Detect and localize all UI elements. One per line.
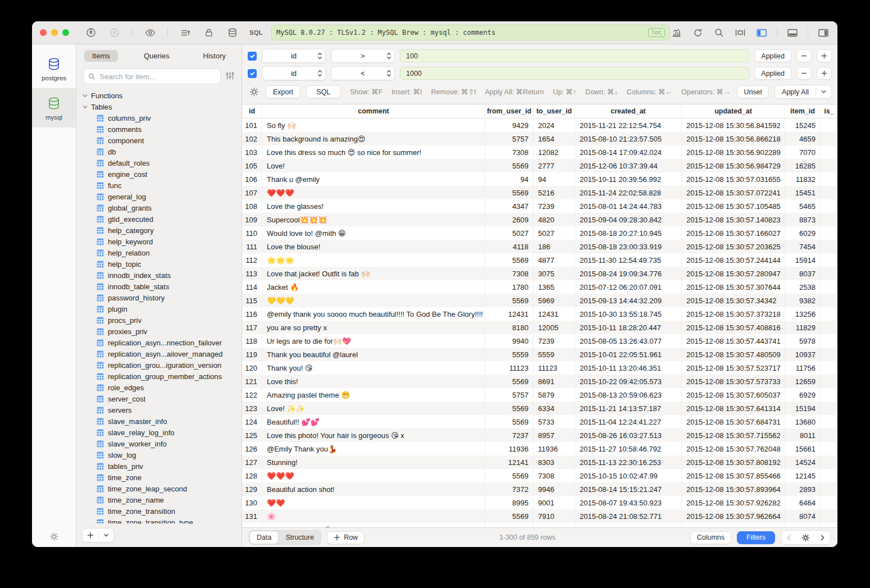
cell-id[interactable]: 114 [242,280,262,294]
cell-item_id[interactable]: 15451 [785,186,821,199]
cell-from_user_id[interactable]: 11936 [485,442,534,455]
filter-column-select[interactable]: id [262,49,326,63]
cell-to_user_id[interactable]: 12431 [534,307,575,321]
cell-comment[interactable]: @emily thank you soooo much beautiful!!!… [262,307,485,321]
cell-from_user_id[interactable]: 9940 [485,334,534,348]
cell-created_at[interactable]: 2015-08-07 19:43:50.923 [575,496,682,509]
cell-to_user_id[interactable]: 5027 [534,226,575,240]
cell-from_user_id[interactable]: 4118 [485,240,534,253]
filter-operator-select[interactable]: < [331,66,395,80]
cell-id[interactable]: 125 [242,429,262,442]
cell-created_at[interactable]: 2015-09-04 09:28:30.842 [575,213,682,226]
cell-comment[interactable]: Love that jacket! Outfit is fab 🙌🏻 [262,267,485,280]
cell-item_id[interactable]: 13680 [785,415,821,429]
cell-comment[interactable]: 🌸 [262,509,485,523]
cell-updated_at[interactable]: 2015-12-08 15:30:57.031655 [682,172,785,186]
cell-is_[interactable] [821,334,837,348]
cell-comment[interactable]: Supercool💥💥💥 [262,213,485,226]
sidebar-table-proxies_priv[interactable]: proxies_priv [82,326,242,337]
cell-updated_at[interactable]: 2015-12-08 15:30:57.573733 [682,375,785,388]
sidebar-table-component[interactable]: component [82,135,242,146]
cell-id[interactable]: 102 [242,132,262,145]
cell-created_at[interactable]: 2015-08-13 20:59:06.623 [575,388,682,402]
sql-button[interactable]: SQL [306,85,341,98]
cell-from_user_id[interactable]: 5569 [485,186,534,199]
cell-from_user_id[interactable]: 12141 [485,455,534,469]
cell-to_user_id[interactable]: 1365 [534,280,575,294]
cell-created_at[interactable]: 2015-08-01 14:24:44.783 [575,199,682,213]
sidebar-table-time_zone[interactable]: time_zone [82,472,242,483]
panel-left-icon[interactable] [755,26,768,39]
cell-updated_at[interactable]: 2015-12-08 15:30:57.855466 [682,469,785,482]
cell-is_[interactable] [821,159,837,172]
cell-updated_at[interactable]: 2015-12-08 15:30:56.902289 [682,145,785,159]
cell-is_[interactable] [821,253,837,267]
cell-from_user_id[interactable]: 5027 [485,226,534,240]
table-row[interactable]: 127Stunning!1214183032015-11-13 22:30:16… [242,455,837,469]
cell-from_user_id[interactable]: 5569 [485,469,534,482]
sidebar-table-time_zone_leap_second[interactable]: time_zone_leap_second [82,483,242,494]
cell-created_at[interactable]: 2015-11-27 10:58:46.792 [575,442,682,455]
cell-from_user_id[interactable]: 5569 [485,253,534,267]
zoom-button[interactable] [62,29,69,36]
cell-is_[interactable] [821,226,837,240]
minimize-button[interactable] [51,29,58,36]
sidebar-table-role_edges[interactable]: role_edges [82,382,242,393]
table-row[interactable]: 122Amazing pastel theme 😬575758792015-08… [242,388,837,402]
table-row[interactable]: 117you are so pretty x8180120052015-10-1… [242,321,837,334]
cell-is_[interactable] [821,294,837,307]
cell-from_user_id[interactable]: 5559 [485,348,534,361]
sidebar-table-gtid_executed[interactable]: gtid_executed [82,213,242,225]
column-header-item_id[interactable]: item_id [785,104,821,118]
cell-from_user_id[interactable]: 5569 [485,375,534,388]
cell-from_user_id[interactable]: 5757 [485,388,534,402]
cell-item_id[interactable]: 15661 [785,442,821,455]
cell-from_user_id[interactable]: 5569 [485,159,534,172]
cell-from_user_id[interactable]: 7308 [485,267,534,280]
export-button[interactable]: Export [266,85,300,98]
cell-to_user_id[interactable]: 9946 [534,482,575,496]
cell-to_user_id[interactable]: 7239 [534,199,575,213]
filter-enabled-checkbox[interactable] [248,52,257,61]
sidebar-table-general_log[interactable]: general_log [82,191,242,202]
cell-is_[interactable] [821,509,837,523]
chart-icon[interactable] [670,26,682,39]
sidebar-table-password_history[interactable]: password_history [82,292,242,303]
cell-created_at[interactable]: 2015-08-26 16:03:27.513 [575,429,682,442]
cell-is_[interactable] [821,240,837,253]
cell-item_id[interactable]: 11832 [785,172,821,186]
filter-remove-button[interactable] [796,49,812,62]
column-header-from_user_id[interactable]: from_user_id [485,104,534,118]
table-row[interactable]: 124Beautiful!! 💕💕556957332015-11-04 12:2… [242,415,837,429]
cell-created_at[interactable]: 2015-11-24 22:02:58.828 [575,186,682,199]
tab-data[interactable]: Data [250,531,278,544]
cell-updated_at[interactable]: 2015-12-08 15:30:56.866218 [682,132,785,145]
cell-from_user_id[interactable]: 5569 [485,294,534,307]
add-item-button[interactable] [83,528,98,542]
cell-comment[interactable]: Thank u @emily [262,172,485,186]
cell-to_user_id[interactable]: 5559 [534,348,575,361]
cell-created_at[interactable]: 2015-11-30 12:54:49.735 [575,253,682,267]
column-header-created_at[interactable]: created_at [575,104,682,118]
cell-updated_at[interactable]: 2015-12-08 15:30:57.715562 [682,429,785,442]
cell-item_id[interactable]: 11829 [785,321,821,334]
sidebar-table-time_zone_name[interactable]: time_zone_name [82,494,242,505]
column-header-id[interactable]: id [242,104,262,118]
cell-updated_at[interactable]: 2015-12-08 15:30:57.99569 [682,523,785,527]
cell-from_user_id[interactable]: 12431 [485,307,534,321]
cell-to_user_id[interactable]: 8957 [534,429,575,442]
cell-item_id[interactable]: 7070 [785,145,821,159]
sidebar-table-servers[interactable]: servers [82,404,242,416]
next-page-button[interactable] [815,531,830,544]
column-header-updated_at[interactable]: updated_at [682,104,785,118]
sidebar-table-time_zone_transition_type[interactable]: time_zone_transition_type [82,517,242,523]
cell-id[interactable]: 130 [242,496,262,509]
table-row[interactable]: 111Love the blouse!41181862015-08-18 23:… [242,240,837,253]
cell-from_user_id[interactable]: 9429 [485,118,534,132]
cell-id[interactable]: 118 [242,334,262,348]
cell-comment[interactable]: Ur legs are to die for🙌🏻💖 [262,334,485,348]
cell-created_at[interactable]: 2015-10-22 09:42:05.573 [575,375,682,388]
cell-id[interactable]: 103 [242,145,262,159]
sidebar-table-replication_grou...iguration_version[interactable]: replication_grou...iguration_version [82,359,242,371]
cell-item_id[interactable]: 12884 [785,523,821,527]
